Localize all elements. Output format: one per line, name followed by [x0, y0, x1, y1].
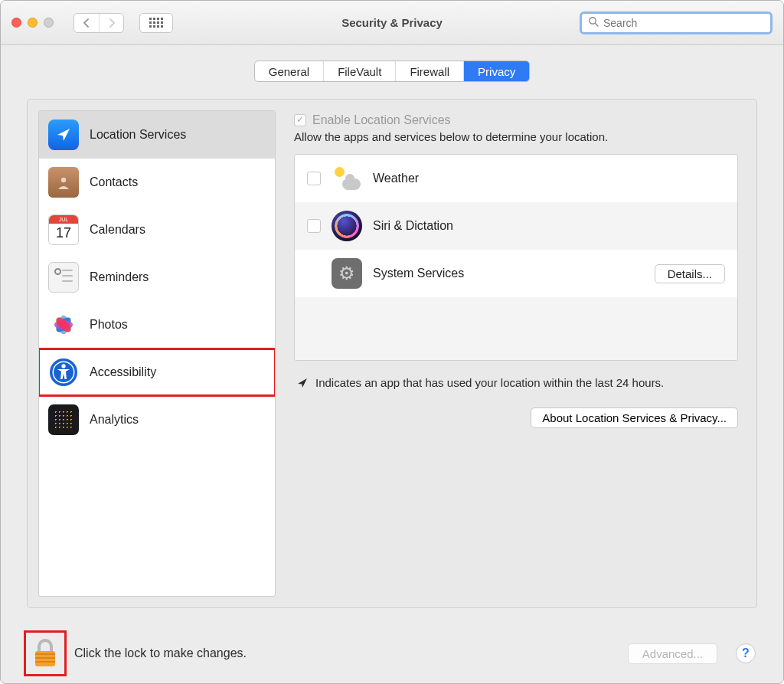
svg-rect-16 [35, 653, 55, 655]
app-row-weather[interactable]: Weather [295, 155, 737, 202]
app-list: Weather Siri & Dictation System Services… [294, 154, 738, 361]
app-checkbox[interactable] [307, 219, 321, 233]
zoom-window-button[interactable] [44, 18, 54, 28]
tab-firewall[interactable]: Firewall [395, 61, 463, 81]
calendar-icon: JUL 17 [48, 214, 79, 245]
app-label: System Services [373, 267, 464, 280]
reminders-icon [48, 262, 79, 293]
analytics-icon [48, 404, 79, 435]
forward-button[interactable] [99, 14, 123, 32]
lock-button[interactable] [24, 630, 67, 676]
sidebar-item-label: Photos [90, 318, 128, 332]
svg-point-2 [61, 178, 66, 182]
photos-icon [48, 309, 79, 340]
sidebar-item-label: Analytics [90, 413, 139, 427]
sidebar-item-contacts[interactable]: Contacts [39, 159, 275, 206]
sidebar-item-analytics[interactable]: Analytics [39, 396, 275, 443]
sidebar-item-photos[interactable]: Photos [39, 301, 275, 349]
accessibility-icon [48, 357, 79, 388]
app-label: Siri & Dictation [373, 219, 453, 233]
sidebar-item-calendars[interactable]: JUL 17 Calendars [39, 206, 275, 254]
svg-point-14 [61, 364, 65, 368]
enable-location-label: Enable Location Services [312, 113, 451, 127]
lock-text: Click the lock to make changes. [74, 646, 247, 660]
content-area: General FileVault Firewall Privacy Locat… [1, 45, 783, 623]
details-button[interactable]: Details... [655, 264, 725, 283]
nav-buttons [74, 13, 124, 33]
preferences-window: Security & Privacy General FileVault Fir… [0, 0, 784, 684]
titlebar: Security & Privacy [1, 1, 783, 45]
traffic-lights [11, 18, 54, 28]
sidebar-item-label: Reminders [90, 270, 149, 284]
close-window-button[interactable] [11, 18, 21, 28]
privacy-sidebar: Location Services Contacts JUL 17 Calend… [38, 110, 276, 597]
minimize-window-button[interactable] [28, 18, 38, 28]
app-checkbox[interactable] [307, 172, 321, 185]
enable-location-checkbox[interactable] [294, 114, 306, 126]
app-row-siri[interactable]: Siri & Dictation [295, 202, 737, 250]
app-row-empty [295, 297, 737, 361]
sidebar-item-location-services[interactable]: Location Services [39, 111, 275, 159]
svg-line-1 [595, 23, 598, 26]
svg-rect-18 [35, 661, 55, 663]
privacy-detail: Enable Location Services Allow the apps … [286, 110, 746, 597]
search-field[interactable] [580, 11, 773, 34]
lock-icon [31, 638, 59, 669]
enable-location-row: Enable Location Services [294, 113, 738, 127]
contacts-icon [48, 167, 79, 198]
system-services-icon [332, 258, 362, 289]
footer: Click the lock to make changes. Advanced… [1, 623, 783, 683]
indicator-text: Indicates an app that has used your loca… [315, 376, 664, 389]
tabs: General FileVault Firewall Privacy [254, 61, 531, 82]
about-location-button[interactable]: About Location Services & Privacy... [531, 407, 738, 428]
advanced-button[interactable]: Advanced... [628, 643, 717, 664]
calendar-day-label: 17 [56, 225, 71, 241]
svg-rect-17 [35, 657, 55, 659]
sidebar-item-label: Accessibility [90, 365, 156, 379]
grid-icon [149, 18, 163, 28]
show-all-button[interactable] [139, 13, 173, 33]
location-indicator-note: Indicates an app that has used your loca… [294, 376, 738, 391]
location-description: Allow the apps and services below to det… [294, 130, 738, 143]
back-button[interactable] [74, 14, 99, 32]
location-arrow-icon [297, 378, 308, 391]
sidebar-item-label: Calendars [90, 223, 145, 237]
sidebar-item-accessibility[interactable]: Accessibility [39, 349, 275, 396]
sidebar-item-reminders[interactable]: Reminders [39, 254, 275, 301]
tab-privacy[interactable]: Privacy [463, 61, 529, 81]
weather-icon [332, 163, 362, 194]
search-icon [588, 16, 599, 29]
tab-filevault[interactable]: FileVault [323, 61, 395, 81]
tab-general[interactable]: General [255, 61, 323, 81]
siri-icon [332, 211, 362, 241]
location-icon [48, 119, 79, 150]
app-label: Weather [373, 172, 419, 185]
calendar-month-label: JUL [49, 215, 78, 224]
sidebar-item-label: Location Services [90, 128, 186, 142]
app-row-system-services[interactable]: System Services Details... [295, 250, 737, 297]
sidebar-item-label: Contacts [90, 175, 138, 189]
privacy-panel: Location Services Contacts JUL 17 Calend… [27, 99, 757, 608]
search-input[interactable] [603, 17, 764, 29]
help-button[interactable]: ? [736, 643, 756, 663]
